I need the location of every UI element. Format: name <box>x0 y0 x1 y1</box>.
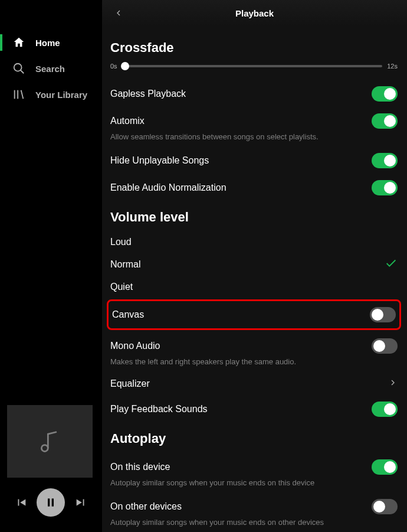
automix-toggle[interactable] <box>372 113 398 129</box>
automix-desc: Allow seamless transitions between songs… <box>110 132 398 141</box>
normalization-toggle[interactable] <box>372 180 398 195</box>
setting-hide-unplayable: Hide Unplayable Songs <box>110 147 398 174</box>
setting-feedback: Play Feedback Sounds <box>110 396 398 423</box>
now-playing <box>0 398 102 532</box>
volume-option-quiet[interactable]: Quiet <box>110 277 398 297</box>
crossfade-slider-row: 0s 12s <box>110 63 398 70</box>
setting-label: Mono Audio <box>110 341 160 351</box>
setting-label: Hide Unplayable Songs <box>110 155 209 166</box>
sidebar-item-label: Home <box>35 38 60 48</box>
canvas-highlight: Canvas <box>107 299 401 330</box>
section-autoplay-title: Autoplay <box>110 431 398 446</box>
setting-mono: Mono Audio <box>110 332 398 360</box>
autoplay-this-toggle[interactable] <box>372 459 398 475</box>
nav: Home Search Your Library <box>0 0 102 107</box>
pause-button[interactable] <box>37 488 65 517</box>
header: Playback <box>102 0 407 26</box>
music-note-icon <box>37 429 63 455</box>
setting-automix: Automix <box>110 107 398 135</box>
back-button[interactable] <box>111 6 126 20</box>
previous-button[interactable] <box>13 494 29 511</box>
autoplay-this-desc: Autoplay similar songs when your music e… <box>110 478 398 487</box>
sidebar-item-label: Search <box>35 64 65 74</box>
setting-normalization: Enable Audio Normalization <box>110 174 398 201</box>
setting-label: Equalizer <box>110 378 150 389</box>
sidebar-item-search[interactable]: Search <box>0 56 102 81</box>
next-button[interactable] <box>73 494 89 511</box>
setting-label: Automix <box>110 116 145 126</box>
feedback-toggle[interactable] <box>372 402 398 417</box>
svg-rect-7 <box>52 498 54 506</box>
library-icon <box>12 87 26 102</box>
setting-autoplay-this-device: On this device <box>110 453 398 481</box>
setting-label: Gapless Playback <box>110 89 186 99</box>
section-crossfade-title: Crossfade <box>110 40 398 56</box>
canvas-toggle[interactable] <box>370 307 396 322</box>
setting-autoplay-other-devices: On other devices <box>110 493 398 520</box>
setting-canvas: Canvas <box>112 302 396 327</box>
album-art[interactable] <box>7 405 93 478</box>
setting-label: Play Feedback Sounds <box>110 404 208 414</box>
mono-desc: Makes the left and right speakers play t… <box>110 357 398 366</box>
setting-label: Enable Audio Normalization <box>110 182 227 193</box>
svg-point-5 <box>41 445 48 451</box>
volume-option-loud[interactable]: Loud <box>110 232 398 252</box>
main-panel: Playback Crossfade 0s 12s Gapless Playba… <box>102 0 407 532</box>
mono-toggle[interactable] <box>372 338 398 354</box>
crossfade-max-label: 12s <box>387 63 398 70</box>
player-controls <box>7 488 95 525</box>
option-label: Loud <box>110 237 132 247</box>
autoplay-other-toggle[interactable] <box>372 499 398 514</box>
search-icon <box>12 61 26 76</box>
setting-label: On this device <box>110 462 170 472</box>
autoplay-other-desc: Autoplay similar songs when your music e… <box>110 518 398 527</box>
sidebar: Home Search Your Library <box>0 0 102 532</box>
volume-option-normal[interactable]: Normal <box>110 252 398 277</box>
svg-line-4 <box>21 90 24 99</box>
svg-line-1 <box>21 70 24 74</box>
sidebar-item-home[interactable]: Home <box>0 30 102 56</box>
setting-label: On other devices <box>110 501 182 512</box>
setting-gapless: Gapless Playback <box>110 80 398 107</box>
crossfade-slider[interactable] <box>122 65 383 67</box>
option-label: Quiet <box>110 282 133 292</box>
page-title: Playback <box>235 8 274 18</box>
option-label: Normal <box>110 259 141 270</box>
crossfade-min-label: 0s <box>110 63 117 70</box>
slider-thumb[interactable] <box>121 62 129 70</box>
svg-point-0 <box>14 64 22 71</box>
sidebar-item-library[interactable]: Your Library <box>0 81 102 107</box>
sidebar-item-label: Your Library <box>35 90 87 100</box>
content: Crossfade 0s 12s Gapless Playback Automi… <box>102 26 407 532</box>
chevron-left-icon <box>114 8 123 18</box>
home-icon <box>12 35 26 50</box>
chevron-right-icon <box>388 378 398 390</box>
check-icon <box>385 257 398 272</box>
gapless-toggle[interactable] <box>372 86 398 102</box>
section-volume-title: Volume level <box>110 210 398 225</box>
hide-unplayable-toggle[interactable] <box>372 153 398 168</box>
setting-equalizer[interactable]: Equalizer <box>110 372 398 396</box>
setting-label: Canvas <box>112 309 144 320</box>
svg-rect-6 <box>48 498 50 506</box>
